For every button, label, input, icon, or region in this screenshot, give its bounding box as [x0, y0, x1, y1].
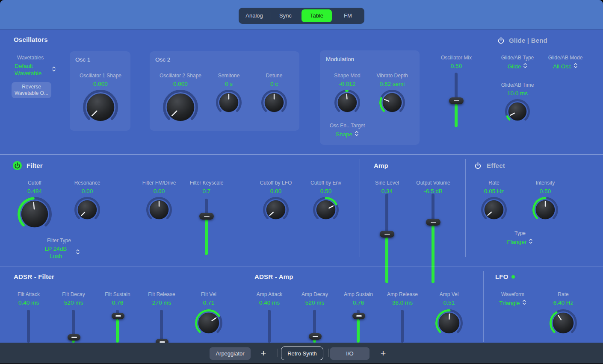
glide-type-dropdown[interactable]: Glide: [508, 62, 528, 70]
filt-decay-value[interactable]: 520 ms: [64, 299, 83, 306]
retro-synth-window: Analog Sync Table FM Oscillators Wavetab…: [0, 0, 603, 364]
wavetables-label: Wavetables: [17, 55, 44, 61]
filt-sustain-value[interactable]: 0.76: [112, 299, 123, 306]
shape-mod-knob[interactable]: [334, 89, 361, 116]
glide-power-button[interactable]: [497, 36, 505, 46]
filt-release-value[interactable]: 270 ms: [152, 299, 171, 306]
amp-sustain-slider-handle[interactable]: [352, 313, 365, 319]
semitone-value[interactable]: 0 s: [225, 80, 233, 88]
io-button[interactable]: I/O: [330, 347, 369, 360]
sine-level-slider-handle[interactable]: [380, 231, 394, 238]
resonance-knob[interactable]: [74, 197, 100, 223]
oscillator-mix-value[interactable]: 0.50: [451, 62, 462, 70]
wavetables-dropdown[interactable]: Default Wavetable: [15, 62, 56, 77]
osc-env-target-value[interactable]: Shape: [336, 131, 352, 138]
osc-env-target-dropdown[interactable]: Shape: [336, 130, 359, 138]
amp-vel-knob[interactable]: [435, 309, 463, 337]
effect-rate-knob[interactable]: [481, 197, 507, 223]
detune-value[interactable]: 0 c: [270, 80, 278, 88]
glide-time-knob[interactable]: [505, 99, 530, 124]
effect-intensity-control: Intensity 0.50: [524, 180, 567, 223]
wavetables-value[interactable]: Default Wavetable: [15, 62, 50, 77]
section-divider: [465, 159, 466, 257]
output-volume-slider-handle[interactable]: [426, 219, 440, 226]
lfo-waveform-value[interactable]: Triangle: [499, 299, 520, 307]
tab-analog[interactable]: Analog: [239, 9, 269, 22]
retro-synth-button[interactable]: Retro Synth: [281, 346, 323, 360]
filter-keyscale-slider-handle[interactable]: [199, 213, 214, 220]
filter-keyscale-value[interactable]: 0.7: [203, 188, 211, 195]
glide-mode-value[interactable]: All Osc: [553, 63, 571, 70]
cutoff-by-lfo-knob[interactable]: [263, 197, 289, 223]
osc1-shape-knob[interactable]: [83, 89, 118, 125]
amp-decay-slider-handle[interactable]: [309, 333, 322, 340]
vibrato-depth-knob[interactable]: [379, 89, 405, 116]
amp-release-slider-track[interactable]: [401, 310, 404, 343]
effect-intensity-knob[interactable]: [532, 197, 559, 223]
amp-vel-value[interactable]: 0.51: [443, 299, 455, 306]
filt-release-slider-track[interactable]: [160, 310, 163, 343]
glide-time-value[interactable]: 10.0 ms: [507, 90, 528, 97]
effect-type-value[interactable]: Flanger: [507, 238, 527, 246]
amp-attack-value[interactable]: 0.40 ms: [259, 299, 280, 306]
semitone-knob[interactable]: [216, 89, 242, 116]
filter-fm-drive-knob[interactable]: [146, 197, 172, 223]
cutoff-by-env-label: Cutoff by Env: [310, 180, 341, 186]
effect-rate-value[interactable]: 0.05 Hz: [484, 188, 504, 195]
lfo-waveform-dropdown[interactable]: Triangle: [499, 299, 526, 307]
lfo-waveform-control: Waveform Triangle: [487, 291, 538, 307]
amp-sustain-value[interactable]: 0.76: [353, 299, 364, 306]
detune-knob[interactable]: [261, 89, 287, 116]
amp-decay-value[interactable]: 520 ms: [305, 299, 324, 306]
lfo-title: LFO: [495, 273, 508, 280]
glide-type-value[interactable]: Glide: [508, 63, 521, 70]
amp-attack-slider-track[interactable]: [268, 310, 271, 343]
add-plugin-button-right[interactable]: +: [377, 346, 389, 360]
effect-type-dropdown[interactable]: Flanger: [507, 238, 533, 246]
osc2-shape-knob[interactable]: [163, 89, 198, 125]
oscillator-mix-slider-handle[interactable]: [449, 97, 464, 104]
lfo-rate-value[interactable]: 6.40 Hz: [553, 299, 573, 306]
cutoff-by-lfo-value[interactable]: 0.00: [270, 188, 281, 195]
cutoff-value[interactable]: 0.484: [27, 188, 42, 195]
filter-power-button[interactable]: [12, 161, 22, 172]
osc2-shape-value[interactable]: 0.000: [173, 80, 188, 88]
filter-type-dropdown[interactable]: LP 24dB Lush: [38, 245, 80, 260]
filt-sustain-slider-handle[interactable]: [112, 313, 124, 319]
amp-release-value[interactable]: 38.0 ms: [392, 299, 413, 306]
cutoff-by-env-knob[interactable]: [313, 197, 339, 223]
osc2-shape-control: Oscillator 2 Shape 0.000: [148, 73, 213, 125]
section-divider: [489, 34, 489, 145]
arpeggiator-button[interactable]: Arpeggiator: [210, 347, 251, 360]
amp-vel-label: Amp Vel: [440, 291, 459, 298]
filt-release-label: Filt Release: [148, 291, 175, 298]
lfo-rate-knob[interactable]: [549, 309, 577, 337]
filt-decay-slider-handle[interactable]: [68, 334, 80, 341]
filter-fm-drive-value[interactable]: 0.00: [154, 188, 165, 195]
filt-vel-knob[interactable]: [195, 309, 223, 337]
tab-sync[interactable]: Sync: [270, 9, 301, 22]
filt-attack-value[interactable]: 0.40 ms: [18, 299, 39, 306]
amp-sustain-slider-fill: [357, 319, 360, 343]
resonance-label: Resonance: [74, 180, 100, 186]
shape-mod-value[interactable]: -0.012: [339, 80, 355, 88]
filt-attack-slider-track[interactable]: [27, 310, 30, 343]
add-plugin-button-left[interactable]: +: [257, 346, 269, 360]
resonance-value[interactable]: 0.00: [82, 188, 93, 195]
tab-fm[interactable]: FM: [333, 9, 363, 22]
chevron-updown-icon: [355, 130, 359, 138]
tab-table[interactable]: Table: [302, 9, 332, 22]
filt-decay-label: Filt Decay: [62, 291, 85, 298]
cutoff-by-env-value[interactable]: 0.50: [320, 188, 331, 195]
filt-vel-value[interactable]: 0.71: [203, 299, 214, 306]
glide-time-control: Glide/AB Time 10.0 ms: [492, 82, 543, 124]
effect-power-button[interactable]: [474, 161, 482, 171]
effect-intensity-value[interactable]: 0.50: [540, 188, 551, 195]
filter-type-value[interactable]: LP 24dB Lush: [38, 245, 74, 260]
reverse-wavetable-button[interactable]: Reverse Wavetable O...: [12, 82, 51, 98]
osc1-shape-control: Oscillator 1 Shape 0.000: [68, 73, 133, 125]
osc1-shape-value[interactable]: 0.000: [93, 80, 108, 88]
vibrato-depth-value[interactable]: 0.62 semi: [380, 80, 405, 88]
cutoff-knob[interactable]: [17, 197, 52, 232]
glide-mode-dropdown[interactable]: All Osc: [553, 62, 578, 70]
